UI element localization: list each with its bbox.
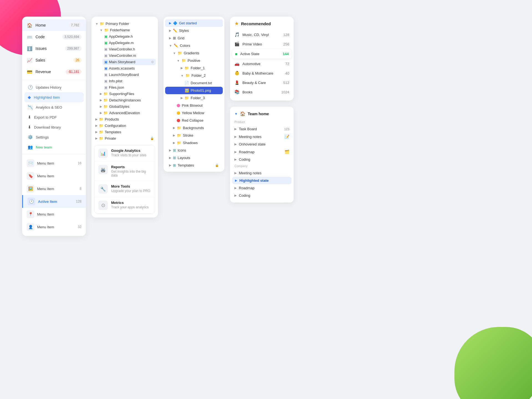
team-highlighted-state[interactable]: ▶ Highlighted state bbox=[232, 177, 291, 184]
tree3-photo01[interactable]: 🖼️ Photo01.png bbox=[165, 87, 223, 94]
menu-item-active[interactable]: 🕐 Active Item 128 bbox=[22, 195, 86, 208]
folder-advanced[interactable]: ▶ 📁 AdvancedElevation bbox=[98, 110, 156, 116]
file-appdelegate-h[interactable]: ▣ AppDelegate.h bbox=[103, 33, 156, 40]
menu-item-2[interactable]: 🔖 Menu Item bbox=[22, 170, 86, 182]
tree3-icons[interactable]: ▶ ⊞ Icons bbox=[165, 147, 223, 154]
primary-folder[interactable]: ▼ 📁 Primary Folder bbox=[94, 21, 156, 27]
menu-item-5[interactable]: 📍 Menu Item bbox=[22, 208, 86, 221]
file-launch-storyboard[interactable]: ▣ LaunchStoryBoard bbox=[103, 71, 156, 78]
highlighted-state-label: Highlighted state bbox=[239, 178, 268, 183]
team-task-board[interactable]: ▶ Task Board 123 bbox=[230, 125, 294, 133]
tool-metrics[interactable]: ⊙ Metrics Track your apps analytics bbox=[94, 197, 155, 213]
folder-config-icon: 📁 bbox=[99, 124, 103, 128]
chevron-coding-1: ▶ bbox=[234, 158, 237, 161]
side-new-team[interactable]: 👥 New team bbox=[22, 142, 86, 152]
team-roadmap-1[interactable]: ▶ Roadmap 🗂️ bbox=[230, 148, 294, 156]
rec-music[interactable]: 🎵 Music, CD, Vinyl 128 bbox=[230, 30, 294, 39]
tree3-gradients[interactable]: ▼ 📁 Gradients bbox=[165, 49, 223, 57]
folder-configuration[interactable]: ▶ 📁 Configuration bbox=[94, 122, 156, 129]
tree3-folder1[interactable]: ▶ 📁 Folder_1 bbox=[165, 64, 223, 72]
file-viewcontroller-m[interactable]: ▣ ViewController.m bbox=[103, 52, 156, 59]
folder2-label: Folder_2 bbox=[191, 73, 206, 78]
file-launch-label: LaunchStoryBoard bbox=[109, 73, 154, 77]
team-roadmap-2[interactable]: ▶ Roadmap bbox=[230, 184, 294, 192]
reports-title: Reports bbox=[111, 165, 151, 169]
file-appdelegate-h-label: AppDelegate.h bbox=[109, 34, 154, 39]
home-badge: 7,782 bbox=[69, 23, 81, 28]
rec-books[interactable]: 📚 Books 1024 bbox=[230, 87, 294, 97]
nav-revenue[interactable]: 💳 Revenue -$1,181 bbox=[22, 66, 86, 78]
tree3-colors[interactable]: ▼ ✏️ Colors bbox=[165, 42, 223, 49]
tool-google-analytics[interactable]: 📊 Google Analytics Track visits to your … bbox=[94, 145, 155, 162]
updates-icon: 🕐 bbox=[28, 85, 33, 90]
chevron-right-icons: ▶ bbox=[169, 149, 171, 152]
divider-2 bbox=[22, 154, 86, 155]
nav-code[interactable]: ⌨️ Code 3,520,694 bbox=[22, 31, 86, 43]
folder-supporting[interactable]: ▶ 📁 SupportingFiles bbox=[98, 91, 156, 97]
side-download-library[interactable]: ⬇ Download library bbox=[22, 122, 86, 132]
gear-icon[interactable]: ⚙ bbox=[151, 60, 154, 64]
tree3-backgrounds[interactable]: ▶ 📁 Backgrounds bbox=[165, 124, 223, 132]
nav-home[interactable]: 🏠 Home 7,782 bbox=[22, 19, 86, 31]
tree3-stroke[interactable]: ▶ 📁 Stroke bbox=[165, 132, 223, 139]
tree3-folder3[interactable]: ▶ 📁 Folder_3 bbox=[165, 94, 223, 102]
tree3-layouts[interactable]: ▶ ⊞ Layouts bbox=[165, 154, 223, 162]
menu-item-1[interactable]: ✉️ Menu Item 16 bbox=[22, 157, 86, 170]
side-settings[interactable]: ⚙️ Settings bbox=[22, 132, 86, 142]
side-updates-history[interactable]: 🕐 Updates History bbox=[22, 82, 86, 92]
chevron-coding-2: ▶ bbox=[234, 194, 237, 197]
tree3-yellow-mellow[interactable]: Yellow Mellow bbox=[165, 109, 223, 117]
folder-global[interactable]: ▶ 📁 GlobalStyles bbox=[98, 103, 156, 110]
folder-templates[interactable]: ▶ 📁 Templates bbox=[94, 129, 156, 135]
folder-name[interactable]: ▼ 📁 FolderName bbox=[98, 27, 156, 33]
meeting-notes-emoji-1: 📝 bbox=[285, 134, 289, 139]
rec-baby-label: Baby & Mothercare bbox=[242, 71, 273, 75]
tree3-templates[interactable]: ▶ ⊞ Templates 🔒 bbox=[165, 162, 223, 169]
nav-sales[interactable]: 📈 Sales 26 bbox=[22, 54, 86, 66]
tool-reports[interactable]: 🖨️ Reports Get insights into the big dat… bbox=[94, 162, 155, 181]
nav-issues[interactable]: ℹ️ Issues 299,987 bbox=[22, 43, 86, 54]
rec-baby[interactable]: 👶 Baby & Mothercare 40 bbox=[230, 68, 294, 78]
team-home-card: ▼ 🏠 Team home Product ▶ Task Board 123 ▶… bbox=[230, 107, 294, 203]
tree3-shadows[interactable]: ▶ 📁 Shadows bbox=[165, 139, 223, 147]
side-highlighted-item[interactable]: ◆ Highlighted Item bbox=[24, 92, 84, 102]
tree3-pink-blowout[interactable]: Pink Blowout bbox=[165, 102, 223, 109]
rec-automotive[interactable]: 🚗 Automotive 72 bbox=[230, 59, 294, 68]
tree3-document-txt[interactable]: 📄 Document.txt bbox=[165, 79, 223, 87]
tree3-styles[interactable]: ▶ ✏️ Styles bbox=[165, 27, 223, 34]
menu-count-6: 32 bbox=[78, 225, 81, 229]
tree3-get-started[interactable]: ▶ 🔷 Get started bbox=[165, 19, 223, 27]
file-main-storyboard[interactable]: ▣ Main.Storyboard ⚙ bbox=[103, 59, 156, 65]
tree3-folder2[interactable]: ▼ 📁 Folder_2 bbox=[165, 72, 223, 79]
team-onhovered[interactable]: ▶ Onhovered state bbox=[230, 140, 294, 148]
tree3-grid[interactable]: ▶ ⊞ Grid bbox=[165, 34, 223, 42]
rec-prime-video[interactable]: 🎬 Prime Video 256 bbox=[230, 39, 294, 49]
tree3-red-collapse[interactable]: Red Collapse bbox=[165, 117, 223, 124]
file-viewcontroller-h[interactable]: ▣ ViewController.h bbox=[103, 46, 156, 52]
home-icon: 🏠 bbox=[27, 22, 33, 28]
menu-item-6[interactable]: 👤 Menu Item 32 bbox=[22, 221, 86, 233]
menu-item-3[interactable]: 🖼️ Menu Item 8 bbox=[22, 182, 86, 195]
rec-prime-label: Prime Video bbox=[242, 42, 262, 46]
team-meeting-notes-1[interactable]: ▶ Meeting notes 📝 bbox=[230, 133, 294, 140]
books-icon: 📚 bbox=[234, 89, 240, 94]
file-icon-gray: ▣ bbox=[104, 47, 108, 51]
team-coding-1[interactable]: ▶ Coding bbox=[230, 156, 294, 163]
rec-active-state[interactable]: ■ Active State 144 bbox=[232, 49, 291, 58]
file-info-plist[interactable]: ▣ Info.plist bbox=[103, 78, 156, 84]
file-assets[interactable]: ▣ Assets.xcassets bbox=[103, 65, 156, 71]
rec-beauty[interactable]: 💄 Beauty & Care 512 bbox=[230, 78, 294, 87]
file-appdelegate-m[interactable]: ▣ AppDelegate.m bbox=[103, 40, 156, 46]
coding-label-1: Coding bbox=[239, 157, 250, 162]
file-files-json[interactable]: ▣ Files.json bbox=[103, 84, 156, 91]
tree3-positive[interactable]: ▼ 📁 Positive bbox=[165, 57, 223, 64]
team-meeting-notes-2[interactable]: ▶ Meeting notes bbox=[230, 169, 294, 177]
tool-more-tools[interactable]: 🔧 More Tools Upgrade your plan to PRO bbox=[94, 181, 155, 197]
templates-lock-icon: 🔒 bbox=[215, 163, 219, 167]
folder-products[interactable]: ▶ 📁 Products bbox=[94, 116, 156, 122]
team-coding-2[interactable]: ▶ Coding bbox=[230, 192, 294, 199]
side-export-pdf[interactable]: ⬇ Export to PDF bbox=[22, 112, 86, 122]
folder-detaching[interactable]: ▶ 📁 DetachingInstances bbox=[98, 97, 156, 103]
folder-private[interactable]: ▶ 📁 Private 🔒 bbox=[94, 135, 156, 142]
side-analytics[interactable]: 📉 Analytics & SEO bbox=[22, 102, 86, 112]
